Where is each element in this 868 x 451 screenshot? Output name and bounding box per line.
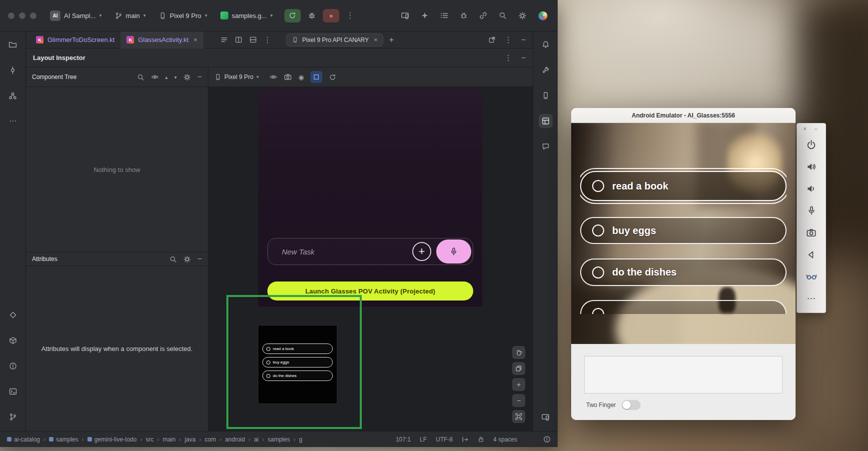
running-devices-icon[interactable]	[539, 410, 553, 424]
build-tool-wrench-icon[interactable]	[539, 63, 553, 77]
list-view-icon[interactable]	[220, 36, 228, 44]
settings-gear-icon[interactable]	[518, 12, 527, 20]
glasses-icon[interactable]	[806, 270, 818, 282]
terminal-icon[interactable]	[6, 384, 20, 398]
commit-icon[interactable]	[6, 63, 20, 77]
stop-button[interactable]: ■	[323, 9, 339, 22]
tree-settings-gear-icon[interactable]	[183, 74, 191, 81]
line-ending[interactable]: LF	[420, 436, 427, 443]
expand-all-icon[interactable]: ▾	[174, 74, 177, 80]
tab-glassesactivity[interactable]: K GlassesActivity.kt ×	[120, 32, 203, 48]
attributes-gear-icon[interactable]	[183, 256, 191, 263]
layers-icon[interactable]	[512, 362, 525, 375]
device-manager-icon[interactable]	[401, 12, 409, 20]
mirror-eye-icon[interactable]	[269, 73, 277, 81]
profile-avatar[interactable]	[538, 11, 548, 20]
checkbox-circle-icon[interactable]	[592, 224, 604, 236]
breadcrumb-item[interactable]: main	[162, 436, 175, 443]
todo-item-buy-eggs[interactable]: buy eggs	[580, 217, 787, 244]
device-manager-icon[interactable]	[539, 88, 553, 102]
more-controls-icon[interactable]: ⋯	[806, 292, 818, 304]
layout-bounds-icon[interactable]	[310, 71, 322, 83]
close-tab-icon[interactable]: ×	[193, 36, 197, 44]
task-list-icon[interactable]	[440, 12, 448, 20]
problems-icon[interactable]	[6, 359, 20, 373]
volume-up-icon[interactable]	[806, 160, 818, 172]
breadcrumb-item[interactable]: com	[204, 436, 216, 443]
project-folder-icon[interactable]	[6, 38, 20, 52]
phone-screen-mirror[interactable]: New Task + Launch Glasses POV Activity (…	[258, 88, 482, 306]
pan-hand-icon[interactable]	[512, 346, 525, 359]
refresh-icon[interactable]	[329, 74, 336, 81]
device-selector[interactable]: Pixel 9 Pro ▾	[154, 10, 212, 22]
zoom-fit-icon[interactable]	[512, 410, 525, 423]
attributes-minimize-icon[interactable]: −	[197, 254, 202, 264]
breadcrumb-item[interactable]: src	[145, 436, 153, 443]
split-down-icon[interactable]	[249, 36, 257, 44]
volume-down-icon[interactable]	[806, 182, 818, 194]
add-task-button[interactable]: +	[412, 242, 431, 261]
running-device-tab[interactable]: Pixel 9 Pro API CANARY ×	[286, 34, 383, 46]
power-button-icon[interactable]	[806, 138, 818, 150]
minimize-window-button[interactable]	[19, 12, 25, 19]
search-icon[interactable]	[169, 256, 177, 263]
hide-panel-icon[interactable]: −	[521, 36, 526, 44]
vcs-branch-widget[interactable]: main ▾	[110, 10, 150, 22]
zoom-out-icon[interactable]: −	[512, 394, 525, 407]
breadcrumb-item[interactable]: g	[299, 436, 302, 443]
mirror-device-selector[interactable]: Pixel 9 Pro ▾	[214, 74, 259, 80]
panel-more-icon[interactable]: ⋮	[505, 36, 512, 44]
todo-item-partial[interactable]	[580, 300, 787, 314]
breadcrumb-item[interactable]: gemini-live-todo	[87, 436, 137, 443]
voice-input-button[interactable]	[436, 240, 471, 264]
inspections-status-icon[interactable]	[543, 436, 551, 443]
checkbox-circle-icon[interactable]	[592, 308, 604, 314]
collapse-all-icon[interactable]: ▴	[165, 74, 168, 80]
search-icon[interactable]	[137, 74, 144, 81]
zoom-in-icon[interactable]: +	[512, 378, 525, 391]
debug-icon[interactable]	[305, 9, 319, 22]
tree-minimize-icon[interactable]: −	[197, 72, 202, 82]
editor-more-icon[interactable]: ⋮	[264, 36, 271, 44]
breadcrumb-item[interactable]: ai-catalog	[7, 436, 40, 443]
caret-position[interactable]: 107:1	[396, 436, 411, 443]
link-icon[interactable]	[479, 12, 487, 20]
zoom-window-button[interactable]	[30, 12, 36, 19]
inspector-minimize-icon[interactable]: −	[521, 54, 526, 62]
gemini-sparkle-icon[interactable]	[421, 12, 429, 20]
new-task-field[interactable]: New Task +	[267, 238, 473, 265]
breadcrumb-item[interactable]: android	[225, 436, 245, 443]
layout-inspector-tool-icon[interactable]	[539, 114, 553, 128]
assistant-chat-icon[interactable]	[539, 140, 553, 154]
back-button-icon[interactable]	[806, 248, 818, 260]
search-icon[interactable]	[499, 12, 507, 20]
close-device-tab-icon[interactable]: ×	[374, 36, 378, 44]
open-in-window-icon[interactable]	[488, 36, 496, 44]
build-package-icon[interactable]	[6, 334, 20, 348]
todo-item-do-the-dishes[interactable]: do the dishes	[580, 258, 787, 286]
checkbox-circle-icon[interactable]	[592, 266, 604, 278]
emulator-close-icon[interactable]: ×	[803, 126, 807, 132]
two-finger-toggle[interactable]	[622, 400, 641, 410]
emulator-minimize-icon[interactable]: −	[814, 126, 818, 132]
rerun-button[interactable]	[284, 9, 301, 22]
lock-icon[interactable]	[478, 436, 484, 442]
notifications-bell-icon[interactable]	[539, 38, 553, 52]
checkbox-circle-icon[interactable]	[592, 180, 604, 192]
breadcrumb-item[interactable]: ai	[254, 436, 258, 443]
emulator-screen[interactable]: read a book buy eggs do the dishes	[571, 123, 796, 344]
emulator-input-box[interactable]	[584, 356, 783, 394]
structure-icon[interactable]	[6, 88, 20, 102]
camera-icon[interactable]	[806, 226, 818, 238]
sponsor-diamond-icon[interactable]	[6, 308, 20, 322]
run-configuration-selector[interactable]: samples.g... ▾	[216, 9, 277, 22]
profiler-bug-icon[interactable]	[460, 12, 468, 20]
split-right-icon[interactable]	[235, 36, 242, 44]
visibility-eye-icon[interactable]	[151, 73, 159, 81]
screen-record-icon[interactable]: ◉	[298, 74, 304, 81]
close-window-button[interactable]	[8, 12, 14, 19]
todo-item-read-a-book[interactable]: read a book	[580, 171, 787, 201]
more-options-icon[interactable]: ⋮	[343, 9, 357, 22]
breadcrumb-item[interactable]: java	[184, 436, 195, 443]
indent-icon[interactable]	[462, 436, 469, 443]
